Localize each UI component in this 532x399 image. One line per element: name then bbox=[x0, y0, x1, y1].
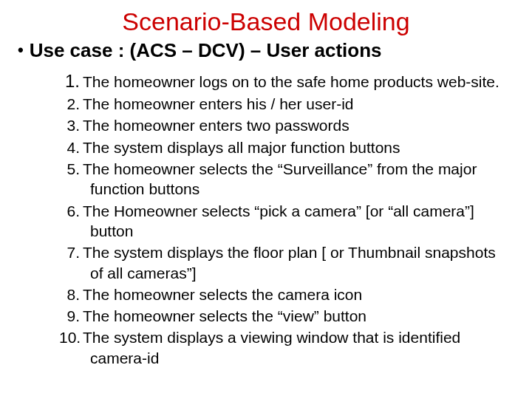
steps-list: The homeowner logs on to the safe home p… bbox=[59, 69, 502, 368]
slide: Scenario-Based Modeling •Use case : (ACS… bbox=[0, 7, 532, 399]
list-item: The homeowner logs on to the safe home p… bbox=[59, 69, 502, 92]
bullet-icon: • bbox=[18, 42, 24, 58]
slide-title: Scenario-Based Modeling bbox=[0, 7, 532, 36]
steps-container: The homeowner logs on to the safe home p… bbox=[59, 69, 502, 368]
list-item: The system displays the floor plan [ or … bbox=[59, 242, 502, 283]
list-item: The system displays a viewing window tha… bbox=[59, 327, 502, 368]
list-item: The homeowner selects the camera icon bbox=[59, 284, 502, 304]
list-item: The homeowner selects the “view” button bbox=[59, 306, 502, 326]
cutoff-text: by bbox=[13, 396, 30, 399]
list-item: The homeowner selects the “Surveillance”… bbox=[59, 159, 502, 200]
list-item: The system displays all major function b… bbox=[59, 137, 502, 157]
list-item: The homeowner enters two passwords bbox=[59, 115, 502, 135]
slide-subtitle: •Use case : (ACS – DCV) – User actions bbox=[18, 39, 532, 62]
list-item: The homeowner enters his / her user-id bbox=[59, 94, 502, 114]
list-item: The Homeowner selects “pick a camera” [o… bbox=[59, 201, 502, 242]
subtitle-text: Use case : (ACS – DCV) – User actions bbox=[30, 39, 382, 61]
